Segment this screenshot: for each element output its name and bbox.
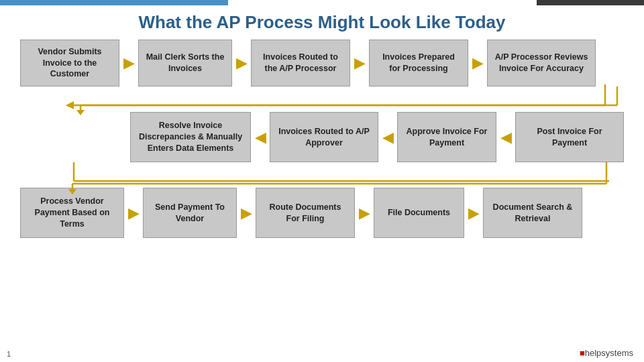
footer-page-number: 1 — [7, 350, 11, 358]
box-post-invoice: Post Invoice For Payment — [515, 112, 624, 162]
arrow-r3-1-2: ▶ — [124, 204, 143, 222]
arrow-r2-1-2: ▶ — [251, 129, 270, 146]
box-invoices-routed-ap: Invoices Routed to the A/P Processor — [251, 40, 350, 86]
top-bar — [0, 0, 644, 5]
connector-row2-row3 — [20, 162, 624, 188]
top-bar-left — [0, 0, 228, 5]
box-send-payment: Send Payment To Vendor — [143, 188, 237, 238]
box-ap-processor-reviews: A/P Processor Reviews Invoice For Accura… — [487, 40, 596, 86]
arrow-r2-2-3: ▶ — [378, 129, 397, 146]
arrow-1-2: ▶ — [119, 54, 138, 72]
arrow-r3-3-4: ▶ — [355, 204, 374, 222]
arrow-r3-4-5: ▶ — [464, 204, 483, 222]
connector-row1-row2 — [20, 86, 624, 112]
box-file-documents: File Documents — [374, 188, 464, 238]
box-route-documents: Route Documents For Filing — [256, 188, 355, 238]
box-vendor-submits: Vendor Submits Invoice to the Customer — [20, 40, 119, 86]
box-resolve-invoice: Resolve Invoice Discrepancies & Manually… — [130, 112, 251, 162]
arrow-2-3: ▶ — [232, 54, 251, 72]
box-invoices-prepared: Invoices Prepared for Processing — [369, 40, 468, 86]
arrow-3-4: ▶ — [350, 54, 369, 72]
box-invoices-routed-approver: Invoices Routed to A/P Approver — [270, 112, 378, 162]
box-approve-invoice: Approve Invoice For Payment — [397, 112, 496, 162]
page-title: What the AP Process Might Look Like Toda… — [0, 0, 644, 37]
arrow-r3-2-3: ▶ — [237, 204, 256, 222]
top-bar-right — [537, 0, 644, 5]
box-process-vendor: Process Vendor Payment Based on Terms — [20, 188, 124, 238]
arrow-r2-3-4: ▶ — [496, 129, 515, 146]
helpsystems-logo: ■helpsystems — [580, 348, 633, 358]
box-document-search: Document Search & Retrieval — [483, 188, 582, 238]
arrow-4-5: ▶ — [468, 54, 487, 72]
svg-marker-2 — [66, 101, 74, 109]
box-mail-clerk: Mail Clerk Sorts the Invoices — [138, 40, 232, 86]
